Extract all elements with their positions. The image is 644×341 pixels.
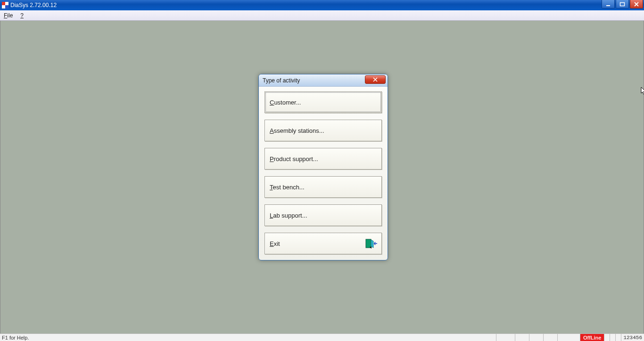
customer-hotkey: C [270,99,274,106]
menu-file[interactable]: File [0,11,17,20]
status-cell-blank-1 [496,334,515,341]
status-cell-blank-3 [529,334,543,341]
menu-help-glyph: ? [20,12,24,19]
assembly-hotkey: A [270,127,274,134]
exit-label: xit [274,240,280,247]
maximize-button[interactable] [616,0,629,8]
product-support-button[interactable]: Product support... [264,148,382,170]
svg-rect-0 [606,5,610,6]
assembly-stations-button[interactable]: Assembly stations... [264,120,382,141]
close-icon [372,77,378,82]
dialog-close-button[interactable] [365,75,386,84]
customer-button[interactable]: Customer... [264,91,382,113]
maximize-icon [619,2,625,7]
menu-file-rest: ile [7,12,13,19]
close-icon [634,2,639,7]
status-number: 123456 [621,334,644,341]
app-titlebar: DiaSys 2.72.00.12 [0,0,644,10]
minimize-icon [605,2,611,7]
exit-hotkey: E [270,240,274,247]
menu-help[interactable]: ? [17,11,27,20]
lab-label: ab support... [273,212,307,219]
assembly-label: ssembly stations... [274,127,324,134]
app-icon [2,2,8,8]
workspace: Type of activity Customer... Assembly st… [0,21,644,336]
status-cell-blank-2 [515,334,529,341]
svg-marker-3 [371,240,373,248]
svg-rect-1 [620,2,625,6]
lab-support-button[interactable]: Lab support... [264,204,382,226]
app-title: DiaSys 2.72.00.12 [10,2,57,8]
test-bench-button[interactable]: Test bench... [264,176,382,198]
menubar: File ? [0,10,644,21]
minimize-button[interactable] [602,0,615,8]
dialog-titlebar[interactable]: Type of activity [259,74,388,87]
status-offline: OffLine [580,334,604,341]
product-label: roduct support... [274,155,318,162]
customer-label: ustomer... [274,99,301,106]
dialog-body: Customer... Assembly stations... Product… [259,87,388,260]
status-ind-1 [604,334,610,341]
window-controls [602,0,643,8]
status-cell-blank-5 [557,334,580,341]
svg-rect-2 [366,239,371,248]
exit-icon [365,238,378,249]
status-ind-2 [610,334,615,341]
status-cell-blank-4 [543,334,557,341]
testbench-label: est bench... [273,184,305,191]
exit-button[interactable]: Exit [264,233,382,254]
cursor-icon [641,87,644,95]
product-hotkey: P [270,155,274,162]
activity-dialog: Type of activity Customer... Assembly st… [258,74,388,260]
status-help-hint: F1 for Help. [2,335,29,341]
close-button[interactable] [630,0,643,8]
dialog-title: Type of activity [263,77,300,84]
status-ind-3 [615,334,621,341]
statusbar: F1 for Help. OffLine 123456 [0,333,644,341]
